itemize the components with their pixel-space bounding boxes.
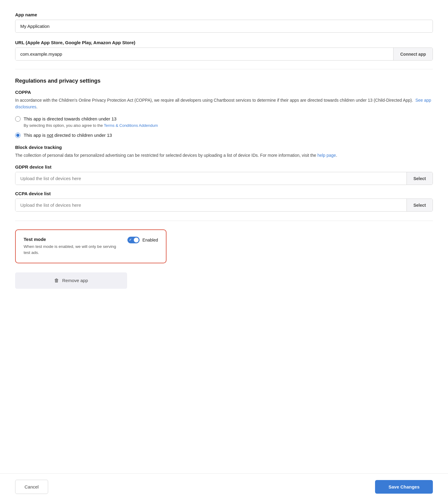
coppa-title: COPPA xyxy=(15,90,433,95)
section-divider-1 xyxy=(15,69,433,69)
section-divider-2 xyxy=(15,221,433,221)
url-label: URL (Apple App Store, Google Play, Amazo… xyxy=(15,40,433,45)
ccpa-label: CCPA device list xyxy=(15,191,433,196)
test-mode-description: When test mode is enabled, we will only … xyxy=(24,244,121,256)
help-page-link[interactable]: help page xyxy=(317,153,336,158)
url-group: URL (Apple App Store, Google Play, Amazo… xyxy=(15,40,433,61)
coppa-section: COPPA In accordance with the Children's … xyxy=(15,90,433,139)
gdpr-label: GDPR device list xyxy=(15,164,433,169)
test-mode-title: Test mode xyxy=(24,237,121,242)
coppa-radio-sublabel-1: By selecting this option, you also agree… xyxy=(24,123,158,128)
toggle-check-icon: ✓ xyxy=(129,238,132,242)
test-mode-toggle-label: Enabled xyxy=(143,238,158,242)
coppa-radio-input-2[interactable] xyxy=(15,133,21,138)
remove-app-button[interactable]: 🗑 Remove app xyxy=(15,272,127,289)
test-mode-toggle[interactable]: ✓ xyxy=(127,237,140,243)
block-device-tracking-title: Block device tracking xyxy=(15,145,433,150)
remove-app-label: Remove app xyxy=(62,278,88,283)
coppa-radio-label-1[interactable]: This app is directed towards children un… xyxy=(24,116,117,121)
url-input[interactable] xyxy=(15,48,393,60)
ccpa-select-button[interactable]: Select xyxy=(407,199,433,211)
gdpr-input[interactable] xyxy=(15,172,407,185)
coppa-description: In accordance with the Children's Online… xyxy=(15,97,433,110)
ccpa-input-container: Select xyxy=(15,199,433,212)
test-mode-box: Test mode When test mode is enabled, we … xyxy=(15,229,166,263)
coppa-radio-option-1: This app is directed towards children un… xyxy=(15,116,433,128)
connect-app-button[interactable]: Connect app xyxy=(393,48,433,60)
regulations-title: Regulations and privacy settings xyxy=(15,78,433,84)
coppa-radio-group: This app is directed towards children un… xyxy=(15,116,433,139)
coppa-radio-option-2: This app is not directed to children und… xyxy=(15,132,433,139)
coppa-radio-label-2[interactable]: This app is not directed to children und… xyxy=(24,132,112,139)
ccpa-input[interactable] xyxy=(15,199,407,211)
footer-bar: Cancel Save Changes xyxy=(0,473,448,500)
block-device-tracking-section: Block device tracking The collection of … xyxy=(15,145,433,159)
save-changes-button[interactable]: Save Changes xyxy=(375,480,433,494)
gdpr-select-button[interactable]: Select xyxy=(407,172,433,185)
trash-icon: 🗑 xyxy=(54,278,59,283)
test-mode-toggle-container: ✓ Enabled xyxy=(127,237,158,243)
app-name-input[interactable] xyxy=(15,20,433,33)
cancel-button[interactable]: Cancel xyxy=(15,480,48,494)
coppa-radio-input-1[interactable] xyxy=(15,116,21,122)
block-device-tracking-description: The collection of personal data for pers… xyxy=(15,152,433,159)
terms-conditions-link[interactable]: Terms & Conditions Addendum xyxy=(104,123,158,128)
url-input-container: Connect app xyxy=(15,48,433,61)
app-name-label: App name xyxy=(15,12,433,17)
toggle-slider: ✓ xyxy=(127,237,140,243)
app-name-group: App name xyxy=(15,12,433,33)
gdpr-input-container: Select xyxy=(15,172,433,185)
gdpr-section: GDPR device list Select xyxy=(15,164,433,185)
regulations-section: Regulations and privacy settings COPPA I… xyxy=(15,78,433,212)
test-mode-content: Test mode When test mode is enabled, we … xyxy=(24,237,121,256)
ccpa-section: CCPA device list Select xyxy=(15,191,433,212)
